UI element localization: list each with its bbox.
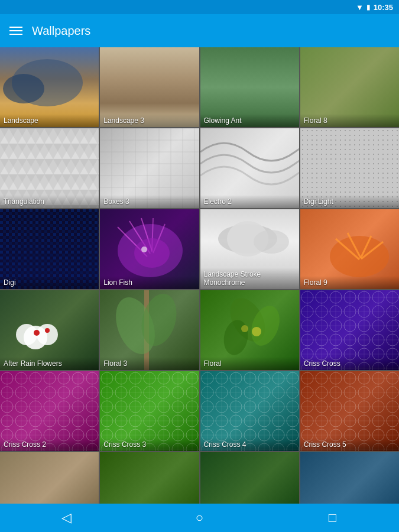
svg-point-31 — [34, 330, 40, 336]
svg-point-1 — [3, 74, 44, 103]
wallpaper-item-lion-fish[interactable]: Lion Fish — [100, 209, 199, 289]
wallpaper-label-criss-cross: Criss Cross — [300, 357, 399, 370]
svg-point-39 — [252, 327, 261, 336]
svg-point-30 — [16, 324, 37, 345]
svg-point-29 — [37, 324, 58, 345]
wallpaper-label-landscape3: Landscape 3 — [100, 114, 199, 127]
wallpaper-label-floral9: Floral 9 — [300, 276, 399, 289]
wallpaper-label-electro2: Electro 2 — [200, 195, 299, 208]
wallpaper-label-digi-light: Digi Light — [300, 195, 399, 208]
wallpaper-item-floral8[interactable]: Floral 8 — [300, 47, 399, 127]
wallpaper-item-boxes3[interactable]: Boxes 3 — [100, 128, 199, 208]
wallpaper-item-criss-cross5[interactable]: Criss Cross 5 — [300, 371, 399, 451]
wallpaper-item-last1[interactable] — [0, 452, 99, 504]
wallpaper-label-glowing-ant: Glowing Ant — [200, 114, 299, 127]
wallpaper-label-floral3: Floral 3 — [100, 357, 199, 370]
wallpaper-label-floral8: Floral 8 — [300, 114, 399, 127]
status-icons: ▼ ▮ 10:35 — [356, 3, 393, 12]
wallpaper-label-criss-cross4: Criss Cross 4 — [200, 438, 299, 451]
wallpaper-label-digi: Digi — [0, 276, 99, 289]
wallpaper-item-triangulation[interactable]: Triangulation — [0, 128, 99, 208]
wallpaper-item-digi[interactable]: Digi — [0, 209, 99, 289]
wallpaper-item-last3[interactable] — [200, 452, 299, 504]
battery-icon: ▮ — [366, 3, 371, 11]
wallpaper-label-lion-fish: Lion Fish — [100, 276, 199, 289]
wallpaper-item-landscape-mono[interactable]: Landscape Stroke Monochrome — [200, 209, 299, 289]
wallpaper-item-landscape[interactable]: Landscape — [0, 47, 99, 127]
wallpaper-item-glowing-ant[interactable]: Glowing Ant — [200, 47, 299, 127]
menu-button[interactable] — [9, 27, 22, 35]
back-button[interactable]: ◁ — [52, 506, 82, 530]
wallpaper-item-criss-cross4[interactable]: Criss Cross 4 — [200, 371, 299, 451]
home-button[interactable]: ○ — [185, 506, 215, 530]
wallpaper-label-landscape: Landscape — [0, 114, 99, 127]
wallpaper-label-after-rain: After Rain Flowers — [0, 357, 99, 370]
wallpaper-label-criss-cross3: Criss Cross 3 — [100, 438, 199, 451]
wifi-icon: ▼ — [356, 3, 364, 12]
wallpaper-item-criss-cross3[interactable]: Criss Cross 3 — [100, 371, 199, 451]
wallpaper-label-criss-cross2: Criss Cross 2 — [0, 438, 99, 451]
bottom-nav: ◁ ○ □ — [0, 504, 399, 532]
svg-point-22 — [254, 230, 289, 254]
svg-point-19 — [141, 246, 147, 252]
wallpaper-label-boxes3: Boxes 3 — [100, 195, 199, 208]
svg-point-18 — [134, 238, 170, 268]
svg-point-32 — [45, 328, 50, 333]
wallpaper-item-floral3[interactable]: Floral 3 — [100, 290, 199, 370]
wallpaper-item-floral[interactable]: Floral — [200, 290, 299, 370]
app-title: Wallpapers — [32, 24, 90, 38]
status-time: 10:35 — [374, 3, 393, 12]
wallpaper-item-floral9[interactable]: Floral 9 — [300, 209, 399, 289]
wallpaper-item-digi-light[interactable]: Digi Light — [300, 128, 399, 208]
app-bar: Wallpapers — [0, 14, 399, 47]
wallpaper-label-criss-cross5: Criss Cross 5 — [300, 438, 399, 451]
wallpaper-label-triangulation: Triangulation — [0, 195, 99, 208]
svg-point-40 — [241, 325, 248, 332]
wallpaper-item-electro2[interactable]: Electro 2 — [200, 128, 299, 208]
wallpaper-label-landscape-mono: Landscape Stroke Monochrome — [200, 268, 299, 289]
wallpaper-item-last2[interactable] — [100, 452, 199, 504]
wallpaper-item-criss-cross2[interactable]: Criss Cross 2 — [0, 371, 99, 451]
wallpaper-item-last4[interactable] — [300, 452, 399, 504]
status-bar: ▼ ▮ 10:35 — [0, 0, 399, 14]
wallpaper-item-criss-cross[interactable]: Criss Cross — [300, 290, 399, 370]
wallpaper-grid: LandscapeLandscape 3Glowing AntFloral 8 … — [0, 47, 399, 504]
wallpaper-item-landscape3[interactable]: Landscape 3 — [100, 47, 199, 127]
wallpaper-label-floral: Floral — [200, 357, 299, 370]
recents-button[interactable]: □ — [318, 506, 348, 530]
wallpaper-item-after-rain[interactable]: After Rain Flowers — [0, 290, 99, 370]
